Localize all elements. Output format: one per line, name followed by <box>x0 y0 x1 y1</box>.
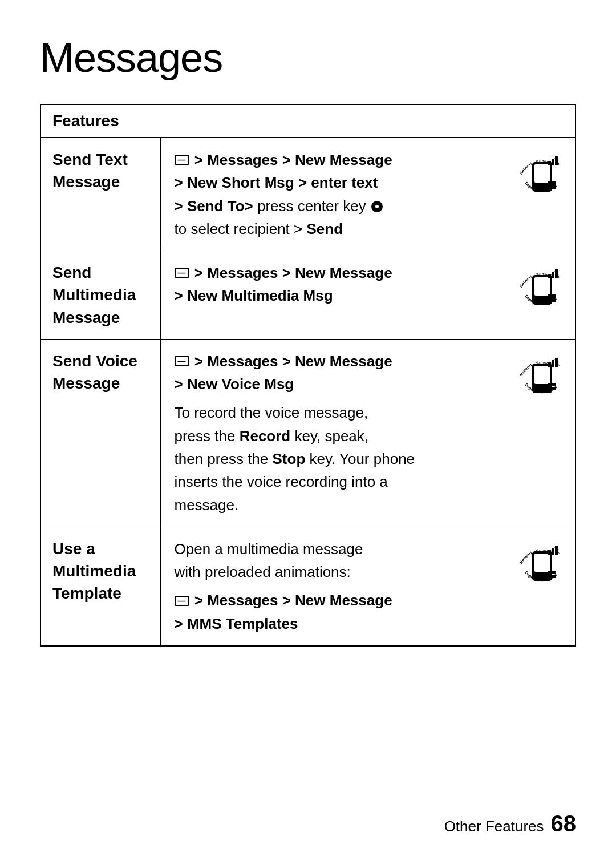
svg-rect-15 <box>552 272 554 278</box>
svg-rect-17 <box>548 294 552 298</box>
network-icon-cell: Network / Subscri Dependent Feature ptio… <box>507 138 576 251</box>
svg-rect-13 <box>534 277 550 296</box>
steps-cell: Open a multimedia message with preloaded… <box>160 527 507 646</box>
voice-description: To record the voice message, press the R… <box>175 401 496 516</box>
feature-cell: SendMultimediaMessage <box>40 251 160 340</box>
steps-cell: > Messages > New Message > New Short Msg… <box>160 138 507 251</box>
features-table: Features Send TextMessage > Messages > N… <box>40 104 576 647</box>
step-line: with preloaded animations: <box>175 560 496 583</box>
network-subscription-icon: Network / Subscri Dependent Feature ptio… <box>515 259 569 313</box>
table-row: Use aMultimediaTemplate Open a multimedi… <box>40 527 576 646</box>
step-line: inserts the voice recording into a <box>175 470 496 493</box>
step-line: > New Short Msg > enter text <box>175 171 496 194</box>
menu-icon <box>175 268 189 278</box>
feature-title: Send VoiceMessage <box>52 352 137 392</box>
step-line: > Messages > New Message <box>175 261 496 284</box>
step-line: > Send To> press center key <box>175 195 496 217</box>
step-line: to select recipient > Send <box>175 217 496 240</box>
page-container: Messages Features Send TextMessage > Mes… <box>0 0 616 681</box>
svg-rect-25 <box>534 366 550 384</box>
page-title: Messages <box>40 34 576 81</box>
menu-icon <box>175 596 189 606</box>
features-header: Features <box>40 104 576 138</box>
center-key-icon <box>371 201 383 212</box>
step-line: > New Voice Msg <box>175 373 496 395</box>
network-icon-cell: Network / Subscri Dependent Feature ptio… <box>507 527 576 646</box>
svg-rect-37 <box>534 554 550 572</box>
step-line: > Messages > New Message <box>175 148 496 171</box>
step-line: > MMS Templates <box>175 612 496 635</box>
steps-cell: > Messages > New Message > New Multimedi… <box>160 251 507 340</box>
svg-rect-41 <box>548 571 552 574</box>
table-row: Send VoiceMessage > Messages > New Messa… <box>40 339 576 527</box>
step-line: press the Record key, speak, <box>175 425 496 447</box>
step-line: > New Multimedia Msg <box>175 284 496 307</box>
step-line: message. <box>175 494 496 516</box>
step-line: then press the Stop key. Your phone <box>175 447 496 470</box>
page-number: 68 <box>551 811 577 837</box>
svg-rect-29 <box>548 383 552 386</box>
network-subscription-icon: Network / Subscri Dependent Feature ptio… <box>515 146 569 200</box>
table-header-row: Features <box>40 104 576 138</box>
svg-rect-39 <box>552 548 554 555</box>
steps-cell: > Messages > New Message > New Voice Msg… <box>160 339 507 527</box>
step-line: Open a multimedia message <box>175 538 496 560</box>
step-line: > Messages > New Message <box>175 350 496 373</box>
svg-rect-27 <box>552 360 554 367</box>
footer-label: Other Features <box>444 818 544 835</box>
menu-icon <box>175 356 189 366</box>
network-icon-cell: Network / Subscri Dependent Feature ptio… <box>507 339 576 527</box>
network-icon-cell: Network / Subscri Dependent Feature ptio… <box>507 251 576 340</box>
table-row: SendMultimediaMessage > Messages > New M… <box>40 251 576 340</box>
svg-rect-1 <box>534 164 550 183</box>
network-subscription-icon: Network / Subscri Dependent Feature ptio… <box>515 535 569 590</box>
svg-rect-3 <box>552 159 554 165</box>
step-line: > Messages > New Message <box>175 589 496 612</box>
mms-description: > Messages > New Message > MMS Templates <box>175 589 496 635</box>
step-line: To record the voice message, <box>175 401 496 424</box>
page-footer: Other Features 68 <box>444 811 576 837</box>
feature-cell: Use aMultimediaTemplate <box>40 527 160 646</box>
feature-title: Use aMultimediaTemplate <box>52 540 136 602</box>
table-row: Send TextMessage > Messages > New Messag… <box>40 138 576 251</box>
feature-title: Send TextMessage <box>52 151 128 191</box>
menu-icon <box>175 155 189 165</box>
network-subscription-icon: Network / Subscri Dependent Feature ptio… <box>515 348 569 402</box>
feature-cell: Send VoiceMessage <box>40 339 160 527</box>
svg-rect-5 <box>548 181 552 185</box>
feature-cell: Send TextMessage <box>40 138 160 251</box>
feature-title: SendMultimediaMessage <box>52 264 136 326</box>
